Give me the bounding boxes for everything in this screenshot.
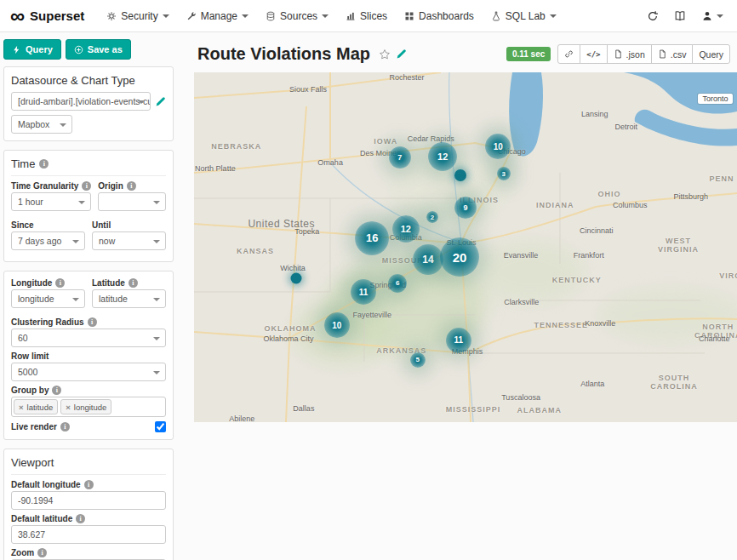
map-point[interactable] (454, 169, 466, 181)
remove-tag-icon[interactable]: × (66, 403, 71, 412)
nav-item-sql-lab[interactable]: SQL Lab (483, 3, 565, 29)
city-label: Columbus (613, 201, 648, 209)
time-granularity-select[interactable]: 1 hour (11, 192, 91, 211)
city-label: Lansing (581, 110, 608, 118)
nav-item-label: Security (121, 10, 157, 22)
longitude-select[interactable]: longitude (11, 289, 85, 308)
query-button[interactable]: Query (3, 39, 61, 60)
city-label: Tuscaloosa (501, 393, 540, 402)
export-csv-button[interactable]: .csv (651, 44, 694, 64)
default-latitude-input[interactable] (11, 525, 166, 544)
city-label: Cincinnati (580, 226, 614, 235)
info-icon[interactable]: i (76, 514, 85, 523)
docs-book-icon[interactable] (674, 10, 686, 22)
share-button[interactable] (557, 44, 580, 64)
map-cluster[interactable]: 9 (454, 197, 477, 219)
nav-item-label: Slices (360, 10, 387, 22)
edit-title-icon[interactable] (396, 49, 407, 60)
info-icon[interactable]: i (60, 422, 70, 431)
caret-down-icon (550, 14, 557, 18)
caret-down-icon (242, 14, 249, 18)
map-cluster[interactable]: 5 (410, 352, 426, 368)
latitude-field: Latitudei latitude (92, 278, 166, 308)
options-panel: Longitudei longitude Latitudei latitude … (3, 271, 174, 440)
info-icon[interactable]: i (52, 386, 61, 395)
chart-container: Route Violations Map 0.11 sec </>.json.c… (177, 32, 737, 560)
map-cluster[interactable]: 3 (497, 167, 511, 180)
map-cluster[interactable]: 2 (426, 211, 438, 223)
since-field: Since 7 days ago (11, 220, 85, 250)
map-cluster[interactable]: 6 (388, 274, 407, 293)
map-cluster[interactable]: 14 (413, 244, 443, 275)
view-query-button[interactable]: Query (692, 44, 730, 64)
nav-item-security[interactable]: Security (98, 3, 177, 29)
clustering-radius-select[interactable]: 60 (11, 329, 166, 347)
row-limit-select[interactable]: 5000 (11, 363, 166, 381)
city-label: Clarksville (504, 298, 539, 306)
time-granularity-field: Time Granularityi 1 hour (11, 181, 91, 211)
remove-tag-icon[interactable]: × (19, 403, 24, 412)
city-label: Oklahoma City (263, 334, 313, 343)
map-cluster[interactable]: 11 (351, 279, 376, 305)
live-render-checkbox[interactable] (155, 421, 166, 432)
nav-item-label: Manage (201, 10, 237, 22)
group-by-field: Group byi ×latitude×longitude (11, 386, 166, 417)
info-icon[interactable]: i (84, 480, 94, 489)
row-limit-field: Row limit 5000 (11, 351, 166, 381)
user-menu[interactable] (701, 10, 723, 22)
latitude-select[interactable]: latitude (92, 289, 166, 308)
info-icon[interactable]: i (82, 181, 91, 191)
map-cluster[interactable]: 7 (389, 146, 411, 169)
tag-label: latitude (27, 403, 54, 412)
tag-label: longitude (74, 403, 107, 412)
nav-item-dashboards[interactable]: Dashboards (396, 3, 483, 29)
lake-erie (635, 110, 737, 146)
info-icon[interactable]: i (88, 317, 97, 327)
explore-sidebar: Query Save as Datasource & Chart Type [d… (0, 32, 177, 560)
query-button-label: Query (26, 44, 53, 54)
map-cluster[interactable]: 11 (446, 328, 471, 353)
city-label: Abilene (229, 414, 254, 422)
map-cluster[interactable]: 10 (485, 134, 511, 159)
export-json-button[interactable]: .json (607, 44, 652, 64)
map-cluster[interactable]: 12 (428, 142, 457, 171)
city-label: Frankfort (574, 251, 604, 260)
viz-type-select[interactable]: Mapbox (11, 115, 72, 134)
link-icon (564, 49, 574, 59)
default-longitude-input[interactable] (11, 491, 166, 510)
nav-item-label: Sources (280, 10, 317, 22)
since-select[interactable]: 7 days ago (11, 231, 85, 250)
gears-icon (106, 11, 117, 21)
group-by-multiselect[interactable]: ×latitude×longitude (11, 397, 166, 417)
origin-select[interactable] (98, 192, 166, 211)
map-point[interactable] (290, 273, 301, 284)
info-icon[interactable]: i (37, 548, 47, 557)
embed-code-button[interactable]: </> (580, 44, 607, 64)
city-label: Fayetteville (352, 311, 391, 319)
map-cluster[interactable]: 20 (440, 237, 479, 277)
info-icon[interactable]: i (129, 278, 138, 288)
query-timer-badge: 0.11 sec (506, 47, 551, 61)
refresh-icon[interactable] (647, 10, 659, 22)
favorite-star-icon[interactable] (379, 49, 391, 60)
until-select[interactable]: now (92, 231, 166, 250)
info-icon[interactable]: i (39, 159, 49, 169)
edit-datasource-icon[interactable] (155, 96, 166, 107)
viewport-panel: Viewport Default longitudei Default lati… (3, 449, 174, 560)
nav-item-slices[interactable]: Slices (337, 3, 396, 29)
map-cluster[interactable]: 12 (392, 215, 420, 243)
dashboard-icon (404, 11, 414, 21)
save-as-button[interactable]: Save as (66, 39, 131, 60)
info-icon[interactable]: i (55, 278, 65, 288)
map-canvas[interactable]: United States NEBRASKAIOWAILLINOISINDIAN… (194, 72, 737, 422)
map-cluster[interactable]: 16 (355, 221, 389, 255)
datasource-select[interactable]: [druid-ambari].[violation-events-cube] (11, 92, 151, 111)
info-icon[interactable]: i (127, 181, 136, 191)
group-by-tag: ×longitude (60, 399, 111, 414)
nav-item-sources[interactable]: Sources (257, 3, 337, 29)
superset-brand[interactable]: ∞ Superset (10, 8, 84, 25)
default-latitude-field: Default latitudei (11, 514, 166, 544)
map-cluster[interactable]: 10 (324, 312, 350, 338)
brand-label: Superset (30, 9, 84, 23)
nav-item-manage[interactable]: Manage (178, 3, 257, 29)
